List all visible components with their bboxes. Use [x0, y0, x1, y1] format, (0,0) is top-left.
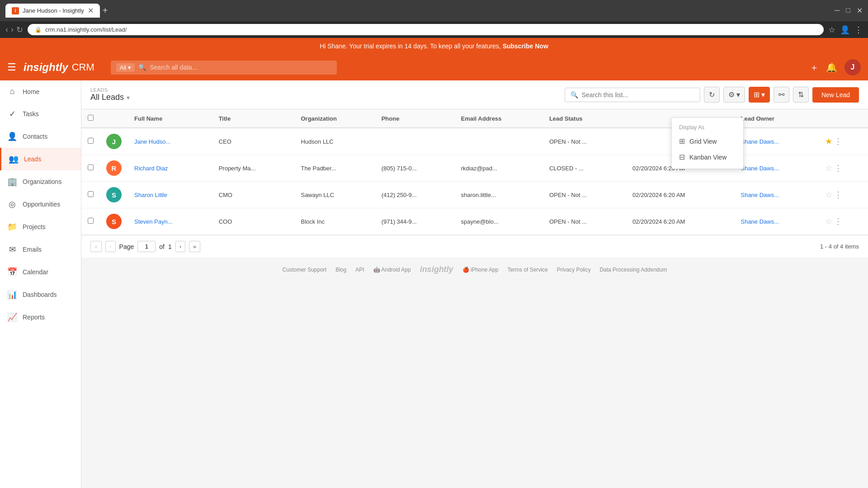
- blog-link[interactable]: Blog: [335, 267, 346, 273]
- new-lead-button[interactable]: New Lead: [812, 87, 859, 103]
- reload-button[interactable]: ↻: [16, 25, 23, 35]
- row-4-more-button[interactable]: ⋮: [834, 216, 842, 226]
- sidebar-item-home[interactable]: ⌂ Home: [0, 80, 81, 103]
- kanban-view-option[interactable]: ⊟ Kanban View: [672, 149, 743, 165]
- search-icon: 🔍: [138, 64, 146, 71]
- row-4-checkbox[interactable]: [88, 218, 94, 224]
- row-3-name-cell: Sharon Little: [128, 182, 212, 208]
- columns-button[interactable]: ⇅: [793, 87, 809, 103]
- row-3-star-button[interactable]: ☆: [825, 190, 832, 200]
- sidebar-item-leads[interactable]: 👥 Leads: [0, 148, 81, 170]
- sidebar-item-dashboards[interactable]: 📊 Dashboards: [0, 283, 81, 306]
- row-2-name-link[interactable]: Richard Diaz: [134, 165, 168, 172]
- display-view-button[interactable]: ⊞ ▾: [749, 87, 770, 103]
- grid-view-option-icon: ⊞: [679, 137, 685, 145]
- profile-icon[interactable]: 👤: [840, 25, 850, 35]
- android-app-link[interactable]: 🤖 Android App: [373, 267, 411, 273]
- first-page-button[interactable]: «: [90, 241, 102, 252]
- row-1-name-link[interactable]: Jane Hudso...: [134, 138, 170, 145]
- prev-page-button[interactable]: ‹: [105, 241, 115, 252]
- subscribe-link[interactable]: Subscribe Now: [503, 42, 548, 50]
- sidebar-item-tasks[interactable]: ✓ Tasks: [0, 103, 81, 125]
- list-search-input[interactable]: [582, 91, 694, 99]
- list-search-box[interactable]: 🔍: [565, 88, 700, 102]
- row-2-checkbox[interactable]: [88, 164, 94, 170]
- sidebar-item-calendar[interactable]: 📅 Calendar: [0, 261, 81, 283]
- sidebar-item-opportunities[interactable]: ◎ Opportunities: [0, 193, 81, 216]
- refresh-button[interactable]: ↻: [704, 87, 720, 103]
- sidebar-item-emails[interactable]: ✉ Emails: [0, 238, 81, 261]
- hamburger-menu-icon[interactable]: ☰: [7, 61, 16, 73]
- grid-view-option[interactable]: ⊞ Grid View: [672, 133, 743, 149]
- row-4-email-cell: spayne@blo...: [454, 208, 542, 235]
- maximize-button[interactable]: □: [846, 6, 850, 15]
- full-name-header[interactable]: Full Name: [128, 109, 212, 128]
- sidebar-item-contacts[interactable]: 👤 Contacts: [0, 125, 81, 148]
- next-page-button[interactable]: ›: [175, 241, 185, 252]
- leads-view-dropdown-arrow[interactable]: ▾: [127, 94, 130, 101]
- page-input[interactable]: 1: [137, 241, 156, 252]
- minimize-button[interactable]: ─: [835, 6, 840, 15]
- title-header[interactable]: Title: [212, 109, 295, 128]
- row-3-more-button[interactable]: ⋮: [834, 190, 842, 200]
- customer-support-link[interactable]: Customer Support: [283, 267, 326, 273]
- lead-status-header[interactable]: Lead Status: [543, 109, 626, 128]
- bookmark-icon[interactable]: ☆: [828, 25, 835, 35]
- emails-icon: ✉: [7, 244, 17, 254]
- sidebar-item-reports[interactable]: 📈 Reports: [0, 306, 81, 328]
- global-search-input[interactable]: [150, 64, 331, 71]
- row-2-more-button[interactable]: ⋮: [834, 163, 842, 173]
- settings-button[interactable]: ⚙ ▾: [723, 87, 745, 103]
- app-layout: ⌂ Home ✓ Tasks 👤 Contacts 👥 Leads 🏢 Orga…: [0, 80, 868, 488]
- add-icon[interactable]: ＋: [810, 61, 819, 74]
- row-1-star-button[interactable]: ★: [825, 136, 832, 146]
- sidebar-label-organizations: Organizations: [23, 178, 61, 185]
- privacy-link[interactable]: Privacy Policy: [557, 267, 591, 273]
- iphone-app-link[interactable]: 🍎 iPhone App: [462, 267, 499, 273]
- back-button[interactable]: ‹: [5, 25, 8, 35]
- user-avatar[interactable]: J: [844, 59, 861, 75]
- organization-header[interactable]: Organization: [294, 109, 375, 128]
- sidebar-item-organizations[interactable]: 🏢 Organizations: [0, 170, 81, 193]
- row-4-name-link[interactable]: Steven Payn...: [134, 218, 173, 225]
- global-search-bar[interactable]: All ▾ 🔍: [111, 61, 337, 75]
- terms-link[interactable]: Terms of Service: [507, 267, 547, 273]
- row-4-owner-link[interactable]: Shane Daws...: [741, 218, 779, 225]
- notifications-icon[interactable]: 🔔: [826, 62, 837, 73]
- forward-button[interactable]: ›: [11, 25, 14, 35]
- row-1-owner-link[interactable]: Shane Daws...: [741, 138, 779, 145]
- row-3-checkbox[interactable]: [88, 191, 94, 197]
- data-processing-link[interactable]: Data Processing Addendum: [599, 267, 667, 273]
- phone-header[interactable]: Phone: [375, 109, 455, 128]
- filter-button[interactable]: ⚯: [774, 87, 789, 103]
- tab-close-button[interactable]: ✕: [88, 6, 94, 15]
- tab-favicon: i: [12, 7, 19, 14]
- row-2-name-cell: Richard Diaz: [128, 155, 212, 182]
- leads-title-section: LEADS All Leads ▾: [90, 87, 559, 102]
- row-1-more-button[interactable]: ⋮: [834, 136, 842, 146]
- select-all-checkbox[interactable]: [88, 115, 94, 121]
- row-3-owner-link[interactable]: Shane Daws...: [741, 192, 779, 198]
- api-link[interactable]: API: [355, 267, 364, 273]
- table-row: J Jane Hudso... CEO Hudson LLC OPEN - No…: [81, 128, 868, 155]
- new-tab-button[interactable]: +: [103, 5, 108, 16]
- last-page-button[interactable]: »: [189, 241, 200, 252]
- row-2-star-button[interactable]: ☆: [825, 163, 832, 173]
- trial-banner: Hi Shane. Your trial expires in 14 days.…: [0, 38, 868, 54]
- url-bar[interactable]: 🔒 crm.na1.insightly.com/list/Lead/: [28, 24, 824, 35]
- close-button[interactable]: ✕: [857, 6, 863, 15]
- row-1-checkbox[interactable]: [88, 138, 94, 144]
- row-3-checkbox-cell: [81, 182, 100, 208]
- row-3-name-link[interactable]: Sharon Little: [134, 192, 167, 198]
- row-2-owner-link[interactable]: Shane Daws...: [741, 165, 779, 172]
- row-4-created-cell: 02/20/2024 6:20 AM: [626, 208, 734, 235]
- sidebar-item-projects[interactable]: 📁 Projects: [0, 216, 81, 238]
- lead-owner-header[interactable]: Lead Owner: [734, 109, 819, 128]
- active-tab[interactable]: i Jane Hudson - Insightly ✕: [5, 4, 100, 18]
- display-dropdown-arrow: ▾: [761, 90, 765, 99]
- menu-icon[interactable]: ⋮: [854, 25, 863, 35]
- email-header[interactable]: Email Address: [454, 109, 542, 128]
- search-filter-dropdown[interactable]: All ▾: [116, 63, 135, 72]
- row-4-star-button[interactable]: ☆: [825, 216, 832, 226]
- list-search-icon: 🔍: [571, 91, 578, 99]
